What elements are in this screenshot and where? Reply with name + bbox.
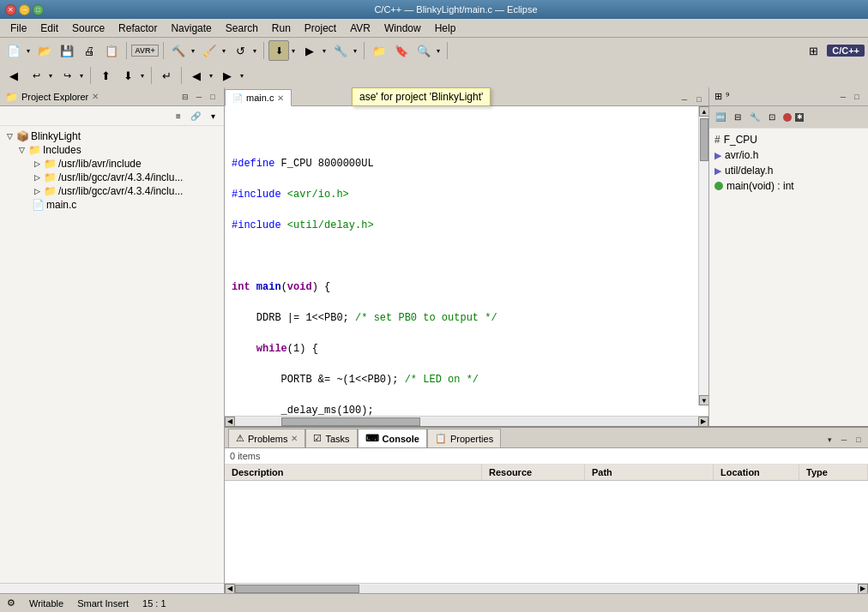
open-task-button[interactable]: 📁 [369,40,389,61]
menu-help[interactable]: Help [428,21,463,36]
tree-item-mainc[interactable]: 📄 main.c [0,198,224,212]
menu-run[interactable]: Run [265,21,298,36]
tab-tasks[interactable]: ☑ Tasks [305,429,357,447]
editor-vscrollbar[interactable]: ▲ ▼ [698,106,708,405]
vscroll-up-btn[interactable]: ▲ [699,106,708,117]
fwd-nav-dropdown[interactable]: ▾ [238,65,246,86]
vscroll-thumb[interactable] [700,118,708,161]
panel-max-button[interactable]: □ [207,91,219,103]
menu-refactor[interactable]: Refactor [112,21,164,36]
avr-prog-button[interactable]: ⬇ [268,40,289,61]
fwd-nav-button[interactable]: ▶ [217,65,238,86]
menu-file[interactable]: File [3,21,33,36]
expand-gcc1-icon[interactable]: ▷ [31,173,43,182]
outline-min-button[interactable]: ─ [837,91,849,103]
clean-button[interactable]: 🧹 [199,40,220,61]
back-button[interactable]: ↩ [26,65,46,86]
build-button[interactable]: 🔨 [168,40,189,61]
last-edit-button[interactable]: ↵ [156,65,177,86]
build-dropdown[interactable]: ▾ [189,40,197,61]
tree-item-avr-include[interactable]: ▷ 📁 /usr/lib/avr/include [0,157,224,171]
bottom-hscroll-left[interactable]: ◀ [225,584,235,594]
back-nav-button[interactable]: ◀ [186,65,207,86]
outline-hide-btn[interactable]: ⊟ [730,110,745,125]
bookmark-button[interactable]: 🔖 [391,40,412,61]
project-explorer-close[interactable]: ✕ [92,92,99,101]
bottom-hscroll-right[interactable]: ▶ [858,584,868,594]
tree-item-gcc2[interactable]: ▷ 📁 /usr/lib/gcc/avr/4.3.4/inclu... [0,184,224,198]
new-dropdown[interactable]: ▾ [24,40,33,61]
minimize-button[interactable]: ─ [19,4,30,15]
clean-dropdown[interactable]: ▾ [220,40,228,61]
outline-sort-btn[interactable]: 🔤 [713,110,728,125]
tree-item-project[interactable]: ▽ 📦 BlinkyLight [0,129,224,143]
menu-source[interactable]: Source [65,21,112,36]
back-dropdown[interactable]: ▾ [46,65,55,86]
prev-annotation-button[interactable]: ⬆ [95,65,116,86]
hscroll-thumb[interactable] [281,417,420,426]
menu-search[interactable]: Search [219,21,265,36]
prev-edit-button[interactable]: ◀ [3,65,24,86]
expand-includes-icon[interactable]: ▽ [15,146,27,154]
console-view-menu[interactable]: ▾ [823,434,835,446]
ext-tools-button[interactable]: 🔧 [330,40,351,61]
expand-project-icon[interactable]: ▽ [3,132,15,141]
tree-item-includes[interactable]: ▽ 📁 Includes [0,143,224,157]
expand-avr-icon[interactable]: ▷ [31,159,43,168]
back-nav-dropdown[interactable]: ▾ [207,65,215,86]
tree-menu-btn[interactable]: ▾ [205,108,220,123]
outline-max-button[interactable]: □ [851,91,863,103]
cpp-perspective-badge[interactable]: C/C++ [827,45,865,57]
bottom-hscroll-thumb[interactable] [235,585,359,593]
menu-edit[interactable]: Edit [33,21,65,36]
avr-icon[interactable]: AVR+ [131,40,159,61]
maximize-button[interactable]: □ [33,4,44,15]
tree-collapse-btn[interactable]: ≡ [171,108,186,123]
editor-max-button[interactable]: □ [693,93,705,105]
panel-min-button[interactable]: ─ [193,91,205,103]
menu-project[interactable]: Project [298,21,343,36]
tree-item-gcc1[interactable]: ▷ 📁 /usr/lib/gcc/avr/4.3.4/inclu... [0,171,224,184]
editor-min-button[interactable]: ─ [678,93,690,105]
tab-problems-close[interactable]: ✕ [291,434,298,443]
avr-prog-dropdown[interactable]: ▾ [289,40,298,61]
tab-properties[interactable]: 📋 Properties [427,429,501,447]
editor-tab-close[interactable]: ✕ [277,93,284,103]
bottom-hscrollbar[interactable]: ◀ ▶ [225,583,868,593]
tree-link-btn[interactable]: 🔗 [188,108,203,123]
print-button[interactable]: 🖨 [79,40,99,61]
next-annotation-button[interactable]: ⬇ [118,65,138,86]
forward-button[interactable]: ↪ [57,65,77,86]
vscroll-down-btn[interactable]: ▼ [699,395,708,405]
editor-hscrollbar[interactable]: ◀ ▶ [225,416,708,426]
close-button[interactable]: ✕ [5,4,16,15]
outline-filter-btn[interactable]: 🔧 [747,110,763,125]
expand-gcc2-icon[interactable]: ▷ [31,187,43,195]
console-max-button[interactable]: □ [853,434,865,446]
editor-tab-mainc[interactable]: 📄 main.c ✕ [225,89,292,106]
outline-item-avrio[interactable]: ▶ avr/io.h [711,147,866,163]
ext-tools-dropdown[interactable]: ▾ [351,40,359,61]
run-button[interactable]: ▶ [299,40,320,61]
annotation-dropdown[interactable]: ▾ [138,65,147,86]
hscroll-left-btn[interactable]: ◀ [225,417,235,427]
menu-avr[interactable]: AVR [343,21,377,36]
outline-item-delay[interactable]: ▶ util/delay.h [711,163,866,178]
open-perspective-button[interactable]: ⊞ [803,40,823,61]
tab-problems[interactable]: ⚠ Problems ✕ [228,429,305,447]
menu-navigate[interactable]: Navigate [164,21,218,36]
history-button[interactable]: 📋 [101,40,122,61]
open-button[interactable]: 📂 [34,40,55,61]
outline-item-main[interactable]: main(void) : int [711,178,866,194]
refresh-dropdown[interactable]: ▾ [250,40,259,61]
new-button[interactable]: 📄 [3,40,24,61]
menu-window[interactable]: Window [377,21,428,36]
collapse-all-button[interactable]: ⊟ [179,91,191,103]
tree-hscrollbar[interactable] [0,583,224,593]
save-button[interactable]: 💾 [57,40,77,61]
outline-collapse-btn[interactable]: ⊡ [764,110,780,125]
search-button[interactable]: 🔍 [413,40,434,61]
run-dropdown[interactable]: ▾ [320,40,329,61]
code-editor[interactable]: #define F_CPU 8000000UL #include <avr/io… [225,106,708,416]
tab-console[interactable]: ⌨ Console [358,429,427,447]
